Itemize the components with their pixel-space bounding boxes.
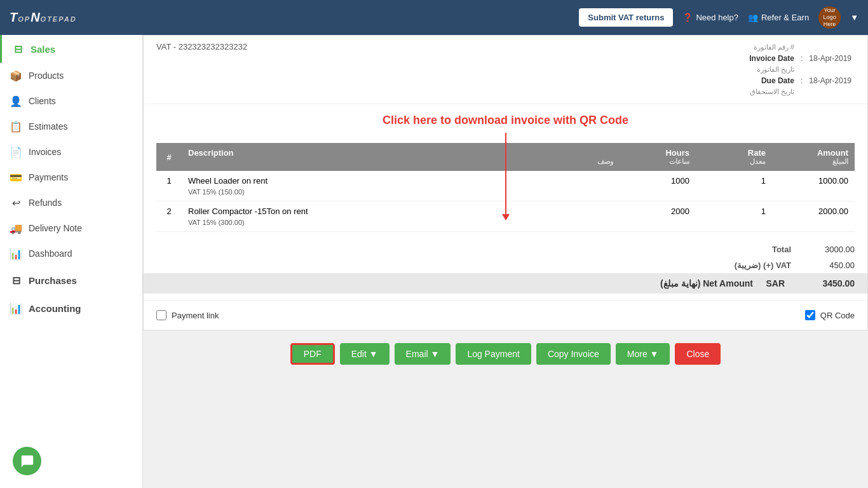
net-sar: SAR [753,278,791,288]
row-rate: 1 [696,171,772,201]
payment-link-label[interactable]: Payment link [156,310,219,320]
sidebar-purchases-header[interactable]: ⊟ Purchases [0,266,142,294]
main-content: VAT - 232323232323232 # رقم الفاتورة Inv… [143,35,868,488]
summary-vat-row: VAT (+) (ضريبة) 450.00 [144,257,867,273]
sidebar-clients-label: Clients [29,96,56,106]
net-value: 3450.00 [791,278,855,288]
row-description: Wheel Loader on rent VAT 15% (150.00) [182,171,620,201]
qr-arrow [505,133,506,215]
total-label: Total [664,245,791,254]
due-date-value: 18-Apr-2019 [806,75,855,86]
purchases-icon: ⊟ [10,274,22,287]
email-button[interactable]: Email ▼ [395,343,451,365]
copy-invoice-button[interactable]: Copy Invoice [536,343,611,365]
row-num: 1 [156,171,182,201]
row-hours: 2000 [620,201,696,232]
vat-value: 450.00 [791,261,855,270]
layout: ⊟ Sales 📦 Products 👤 Clients 📋 Estimates… [0,35,868,488]
sidebar: ⊟ Sales 📦 Products 👤 Clients 📋 Estimates… [0,35,143,488]
payments-icon: 💳 [10,171,22,184]
qr-banner-text: Click here to download invoice with QR C… [153,114,858,127]
sidebar-purchases-label: Purchases [29,275,77,286]
avatar[interactable]: Your Logo Here [818,6,841,29]
estimates-icon: 📋 [10,120,22,133]
due-date-sep: : [797,75,806,86]
chat-icon [20,454,34,468]
sidebar-item-delivery-note[interactable]: 🚚 Delivery Note [0,215,142,241]
sidebar-accounting-header[interactable]: 📊 Accounting [0,294,142,322]
refer-earn-link[interactable]: 👥 Refer & Earn [748,13,809,22]
need-help-label: Need help? [696,13,738,22]
submit-vat-button[interactable]: Submit VAT returns [579,8,673,27]
chat-bubble[interactable] [13,447,41,475]
sidebar-invoices-label: Invoices [29,147,61,157]
invoice-number-ar-label: # رقم الفاتورة [746,42,797,53]
row-vat-note: VAT 15% (300.00) [188,219,613,226]
row-hours: 1000 [620,171,696,201]
options-row: Payment link QR Code [144,300,867,330]
vat-number: VAT - 232323232323232 [156,42,247,97]
payment-link-checkbox[interactable] [156,310,166,320]
invoice-date-en-label: Invoice Date [746,53,797,64]
sidebar-item-refunds[interactable]: ↩ Refunds [0,190,142,215]
row-vat-note: VAT 15% (150.00) [188,188,613,196]
sidebar-item-products[interactable]: 📦 Products [0,63,142,88]
refer-icon: 👥 [748,13,758,22]
qr-code-label[interactable]: QR Code [805,310,855,320]
need-help-link[interactable]: ❓ Need help? [682,13,738,22]
invoice-meta: # رقم الفاتورة Invoice Date : 18-Apr-201… [746,42,855,97]
col-header-description: Description وصف [182,143,620,171]
invoice-date-value: 18-Apr-2019 [806,53,855,64]
header: TOPNOTEPAD Submit VAT returns ❓ Need hel… [0,0,868,35]
sales-icon: ⊟ [11,43,24,55]
products-icon: 📦 [10,69,22,82]
avatar-dropdown-icon[interactable]: ▼ [850,13,858,22]
col-header-rate: Rate معدل [696,143,772,171]
sidebar-payments-label: Payments [29,172,68,182]
row-num: 2 [156,201,182,232]
vat-header-row: VAT - 232323232323232 # رقم الفاتورة Inv… [144,36,867,104]
row-amount: 2000.00 [772,201,855,232]
refer-earn-label: Refer & Earn [761,13,809,22]
sidebar-accounting-label: Accounting [29,303,81,314]
sidebar-item-invoices[interactable]: 📄 Invoices [0,139,142,165]
more-button[interactable]: More ▼ [616,343,670,365]
sidebar-item-clients[interactable]: 👤 Clients [0,88,142,114]
sidebar-products-label: Products [29,71,64,81]
help-icon: ❓ [682,13,693,22]
sidebar-item-payments[interactable]: 💳 Payments [0,165,142,190]
qr-code-checkbox[interactable] [805,310,815,320]
due-date-ar-label: تاريخ الاستحقاق [746,86,797,97]
summary-total-row: Total 3000.00 [144,241,867,257]
row-rate: 1 [696,201,772,232]
total-value: 3000.00 [791,245,855,254]
due-date-en-label: Due Date [746,75,797,86]
app-logo: TOPNOTEPAD [10,10,77,25]
header-right: Submit VAT returns ❓ Need help? 👥 Refer … [579,6,858,29]
summary-net-row: Net Amount (نهاية مبلغ) SAR 3450.00 [144,273,867,294]
qr-banner[interactable]: Click here to download invoice with QR C… [144,104,867,137]
log-payment-button[interactable]: Log Payment [456,343,531,365]
sidebar-sales-header[interactable]: ⊟ Sales [0,35,142,63]
sidebar-sales-label: Sales [31,44,55,55]
sidebar-dashboard-label: Dashboard [29,248,72,259]
dashboard-icon: 📊 [10,247,22,260]
edit-button[interactable]: Edit ▼ [340,343,390,365]
net-label: Net Amount (نهاية مبلغ) [613,278,753,288]
row-amount: 1000.00 [772,171,855,201]
col-header-hours: Hours ساعات [620,143,696,171]
refunds-icon: ↩ [10,196,22,209]
sidebar-item-estimates[interactable]: 📋 Estimates [0,114,142,139]
close-button[interactable]: Close [675,343,721,365]
sidebar-refunds-label: Refunds [29,198,62,208]
sidebar-delivery-label: Delivery Note [29,223,82,233]
invoice-date-ar-label: تاريخ الفاتورة [746,64,797,75]
sidebar-item-dashboard[interactable]: 📊 Dashboard [0,241,142,266]
invoice-container: VAT - 232323232323232 # رقم الفاتورة Inv… [143,35,868,330]
invoices-icon: 📄 [10,146,22,158]
delivery-icon: 🚚 [10,222,22,234]
pdf-button[interactable]: PDF [290,343,335,365]
sidebar-estimates-label: Estimates [29,121,67,132]
clients-icon: 👤 [10,95,22,107]
accounting-icon: 📊 [10,302,22,315]
